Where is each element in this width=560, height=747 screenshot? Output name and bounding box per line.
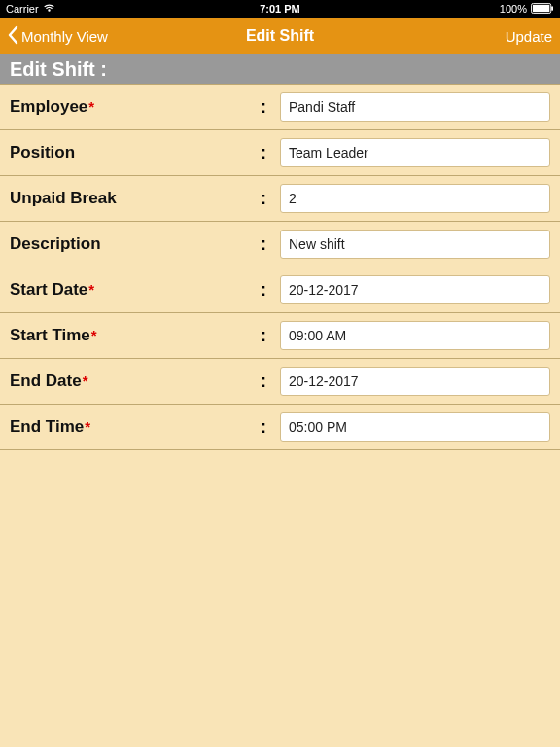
required-marker: * [83, 373, 88, 389]
edit-shift-form: Employee* : Pandi Staff Position : Team … [0, 84, 560, 450]
end-date-field[interactable]: 20-12-2017 [280, 367, 550, 396]
battery-icon [531, 3, 554, 16]
label-position: Position [10, 143, 261, 162]
form-row-position: Position : Team Leader [0, 130, 560, 176]
end-time-field[interactable]: 05:00 PM [280, 412, 550, 442]
required-marker: * [91, 327, 97, 343]
svg-rect-1 [533, 4, 549, 11]
wifi-icon [43, 3, 55, 15]
battery-percent: 100% [500, 3, 527, 15]
section-title: Edit Shift : [10, 58, 107, 81]
nav-bar: Monthly View Edit Shift Update [0, 18, 560, 54]
svg-rect-2 [551, 6, 553, 11]
update-button[interactable]: Update [506, 28, 552, 45]
start-date-field[interactable]: 20-12-2017 [280, 275, 550, 304]
carrier-label: Carrier [6, 3, 39, 15]
label-start-time: Start Time* [10, 326, 261, 345]
status-bar: Carrier 7:01 PM 100% [0, 0, 560, 18]
description-field[interactable]: New shift [280, 230, 550, 259]
form-row-end-time: End Time* : 05:00 PM [0, 405, 560, 450]
employee-field[interactable]: Pandi Staff [280, 92, 550, 122]
required-marker: * [88, 281, 94, 298]
form-row-start-date: Start Date* : 20-12-2017 [0, 267, 560, 313]
unpaid-break-field[interactable]: 2 [280, 184, 550, 213]
form-row-end-date: End Date* : 20-12-2017 [0, 359, 560, 405]
position-field[interactable]: Team Leader [280, 138, 550, 167]
status-time: 7:01 PM [260, 3, 300, 15]
label-end-time: End Time* [10, 417, 261, 437]
label-employee: Employee* [10, 97, 261, 117]
chevron-left-icon [8, 25, 19, 48]
label-end-date: End Date* [10, 372, 261, 391]
form-row-unpaid-break: Unpaid Break : 2 [0, 176, 560, 222]
back-label: Monthly View [21, 28, 108, 45]
label-start-date: Start Date* [10, 280, 261, 300]
required-marker: * [85, 418, 90, 435]
label-unpaid-break: Unpaid Break [10, 189, 261, 208]
back-button[interactable]: Monthly View [8, 25, 108, 48]
page-title: Edit Shift [246, 27, 314, 45]
section-header: Edit Shift : [0, 54, 560, 84]
start-time-field[interactable]: 09:00 AM [280, 321, 550, 350]
form-row-start-time: Start Time* : 09:00 AM [0, 313, 560, 359]
form-row-description: Description : New shift [0, 222, 560, 267]
label-description: Description [10, 234, 261, 254]
form-row-employee: Employee* : Pandi Staff [0, 85, 560, 130]
required-marker: * [88, 98, 94, 115]
